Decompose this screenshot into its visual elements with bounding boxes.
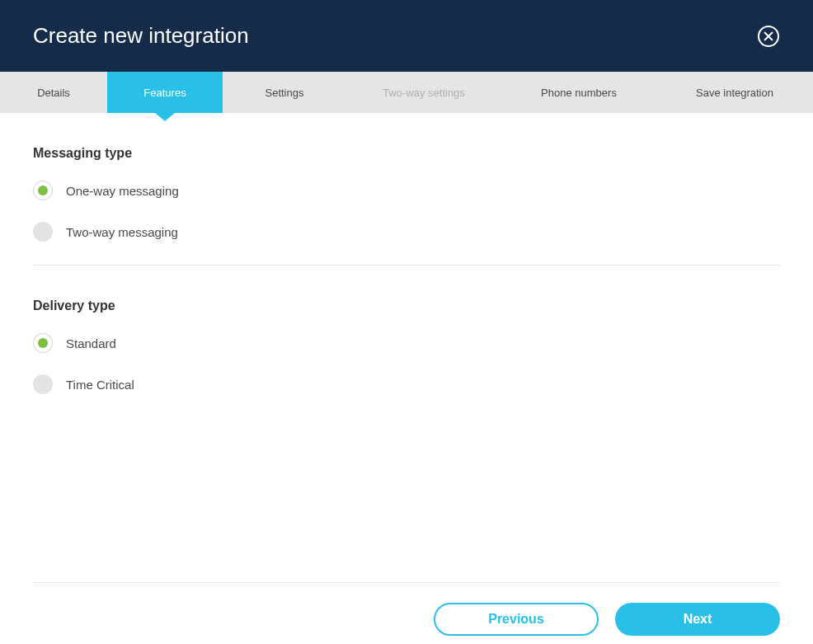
tab-label: Save integration bbox=[696, 87, 773, 99]
tab-label: Details bbox=[37, 87, 70, 99]
tab-details[interactable]: Details bbox=[0, 72, 107, 113]
tab-settings[interactable]: Settings bbox=[223, 72, 346, 113]
radio-option-time-critical[interactable]: Time Critical bbox=[33, 374, 780, 394]
tab-bar: Details Features Settings Two-way settin… bbox=[0, 72, 813, 113]
radio-indicator bbox=[33, 181, 53, 200]
footer-divider bbox=[33, 582, 780, 583]
radio-option-two-way[interactable]: Two-way messaging bbox=[33, 222, 780, 242]
radio-indicator bbox=[33, 222, 53, 242]
tab-save-integration[interactable]: Save integration bbox=[656, 72, 813, 113]
tab-two-way-settings: Two-way settings bbox=[346, 72, 501, 113]
tab-features[interactable]: Features bbox=[107, 72, 223, 113]
tab-label: Settings bbox=[266, 87, 304, 99]
section-title-delivery: Delivery type bbox=[33, 298, 780, 313]
footer-buttons: Previous Next bbox=[33, 603, 780, 644]
footer: Previous Next bbox=[33, 582, 780, 644]
radio-option-one-way[interactable]: One-way messaging bbox=[33, 181, 780, 200]
next-button[interactable]: Next bbox=[615, 603, 780, 636]
delivery-type-section: Delivery type Standard Time Critical bbox=[33, 298, 780, 394]
page-title: Create new integration bbox=[33, 23, 249, 49]
section-divider bbox=[33, 265, 780, 266]
tab-label: Phone numbers bbox=[541, 87, 617, 99]
radio-label: Time Critical bbox=[66, 378, 134, 392]
radio-dot-icon bbox=[38, 338, 48, 348]
content-area: Messaging type One-way messaging Two-way… bbox=[0, 113, 813, 394]
radio-label: Two-way messaging bbox=[66, 225, 178, 239]
section-title-messaging: Messaging type bbox=[33, 146, 780, 161]
radio-indicator bbox=[33, 374, 53, 394]
radio-label: Standard bbox=[66, 336, 116, 350]
radio-label: One-way messaging bbox=[66, 184, 179, 198]
tab-label: Two-way settings bbox=[383, 87, 465, 99]
radio-option-standard[interactable]: Standard bbox=[33, 333, 780, 353]
tab-label: Features bbox=[143, 87, 186, 99]
modal-header: Create new integration bbox=[0, 0, 813, 72]
close-icon bbox=[757, 25, 780, 48]
messaging-type-section: Messaging type One-way messaging Two-way… bbox=[33, 146, 780, 242]
tab-phone-numbers[interactable]: Phone numbers bbox=[501, 72, 656, 113]
radio-dot-icon bbox=[38, 186, 48, 195]
close-button[interactable] bbox=[757, 25, 780, 48]
previous-button[interactable]: Previous bbox=[434, 603, 599, 636]
radio-indicator bbox=[33, 333, 53, 353]
